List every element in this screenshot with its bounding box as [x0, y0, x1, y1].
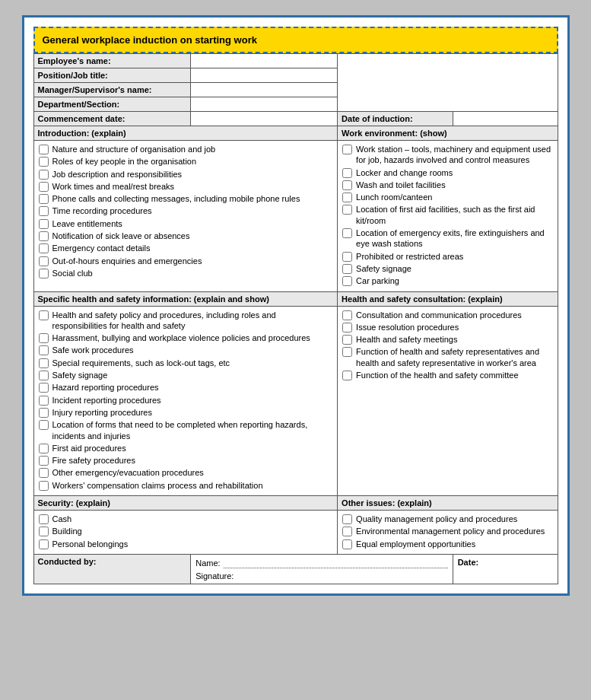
- intro-workenv-header-row: Introduction: (explain) Work environment…: [33, 126, 558, 141]
- checkbox-workenv-items-8[interactable]: [342, 276, 352, 286]
- list-item: Job description and responsibilities: [39, 169, 333, 180]
- checkbox-intro-items-9[interactable]: [39, 256, 49, 266]
- item-label: Incident reporting procedures: [52, 395, 161, 406]
- checkbox-workenv-items-1[interactable]: [342, 168, 352, 178]
- list-item: Work times and meal/rest breaks: [39, 181, 333, 192]
- employee-name-value[interactable]: [191, 54, 338, 68]
- checkbox-specific-items-6[interactable]: [39, 396, 49, 406]
- checkbox-intro-items-2[interactable]: [39, 170, 49, 180]
- specific-health-header: Specific health and safety information: …: [33, 291, 338, 306]
- intro-workenv-content-row: Nature and structure of organisation and…: [33, 141, 558, 292]
- signature-label: Signature:: [195, 571, 234, 581]
- list-item: Equal employment opportunities: [342, 539, 552, 549]
- checkbox-security-items-1[interactable]: [39, 527, 49, 536]
- checkbox-workenv-items-2[interactable]: [342, 180, 352, 190]
- list-item: Roles of key people in the organisation: [39, 156, 333, 167]
- item-label: Quality management policy and procedures: [356, 514, 517, 524]
- checkbox-specific-items-1[interactable]: [39, 333, 49, 343]
- signature-field-row: Signature:: [195, 571, 447, 581]
- checkbox-workenv-items-4[interactable]: [342, 205, 352, 215]
- checkbox-security-items-0[interactable]: [39, 514, 49, 524]
- checkbox-workenv-items-6[interactable]: [342, 252, 352, 262]
- checkbox-other-items-1[interactable]: [342, 527, 352, 536]
- list-item: Notification of sick leave or absences: [39, 231, 333, 241]
- specific-consult-content-row: Health and safety policy and procedures,…: [33, 306, 558, 495]
- checkbox-intro-items-10[interactable]: [39, 269, 49, 278]
- page-container: General workplace induction on starting …: [22, 15, 570, 596]
- item-label: Health and safety policy and procedures,…: [52, 310, 333, 332]
- checkbox-specific-items-8[interactable]: [39, 420, 49, 430]
- checkbox-workenv-items-5[interactable]: [342, 228, 352, 238]
- department-value[interactable]: [191, 97, 338, 112]
- item-label: Wash and toilet facilities: [356, 180, 446, 190]
- checkbox-consult-items-2[interactable]: [342, 335, 352, 345]
- checkbox-specific-items-3[interactable]: [39, 358, 49, 368]
- checkbox-intro-items-8[interactable]: [39, 243, 49, 253]
- list-item: Work station – tools, machinery and equi…: [342, 144, 552, 166]
- list-item: Lunch room/canteen: [342, 192, 552, 202]
- checkbox-specific-items-12[interactable]: [39, 481, 49, 491]
- list-item: Hazard reporting procedures: [39, 382, 333, 393]
- manager-value[interactable]: [191, 83, 338, 97]
- checkbox-intro-items-0[interactable]: [39, 145, 49, 154]
- item-label: Consultation and communication procedure…: [356, 310, 522, 320]
- checkbox-specific-items-5[interactable]: [39, 383, 49, 393]
- list-item: Wash and toilet facilities: [342, 180, 552, 190]
- checkbox-specific-items-0[interactable]: [39, 310, 49, 320]
- item-label: Leave entitlements: [52, 218, 122, 229]
- item-label: Injury reporting procedures: [52, 407, 152, 418]
- health-consult-items-list: Consultation and communication procedure…: [342, 310, 552, 381]
- list-item: Leave entitlements: [39, 218, 333, 229]
- checkbox-consult-items-1[interactable]: [342, 323, 352, 332]
- security-items-list: CashBuildingPersonal belongings: [39, 514, 333, 549]
- checkbox-specific-items-4[interactable]: [39, 371, 49, 380]
- page-title: General workplace induction on starting …: [33, 27, 558, 53]
- checkbox-security-items-2[interactable]: [39, 539, 49, 549]
- checkbox-workenv-items-7[interactable]: [342, 264, 352, 274]
- item-label: Issue resolution procedures: [356, 322, 459, 332]
- checkbox-workenv-items-0[interactable]: [342, 145, 352, 154]
- checkbox-intro-items-5[interactable]: [39, 206, 49, 216]
- other-issues-content: Quality management policy and procedures…: [338, 511, 558, 555]
- item-label: First aid procedures: [52, 443, 126, 453]
- checkbox-consult-items-4[interactable]: [342, 371, 352, 380]
- name-field-row: Name:: [195, 558, 447, 568]
- list-item: Safety signage: [342, 263, 552, 274]
- checkbox-specific-items-11[interactable]: [39, 468, 49, 478]
- checkbox-consult-items-3[interactable]: [342, 347, 352, 357]
- list-item: Location of first aid facilities, such a…: [342, 204, 552, 226]
- checkbox-intro-items-1[interactable]: [39, 157, 49, 167]
- list-item: Phone calls and collecting messages, inc…: [39, 193, 333, 204]
- checkbox-specific-items-10[interactable]: [39, 456, 49, 466]
- item-label: Phone calls and collecting messages, inc…: [52, 193, 300, 204]
- item-label: Safe work procedures: [52, 345, 134, 355]
- checkbox-specific-items-2[interactable]: [39, 345, 49, 355]
- footer-row: Conducted by: Name: Signature: Date:: [33, 554, 558, 584]
- item-label: Roles of key people in the organisation: [52, 156, 197, 167]
- item-label: Workers' compensation claims process and…: [52, 480, 263, 491]
- checkbox-consult-items-0[interactable]: [342, 310, 352, 320]
- item-label: Building: [52, 526, 82, 536]
- list-item: Location of forms that need to be comple…: [39, 419, 333, 441]
- checkbox-other-items-2[interactable]: [342, 539, 352, 549]
- checkbox-other-items-0[interactable]: [342, 514, 352, 524]
- induction-value[interactable]: [453, 112, 558, 126]
- checkbox-intro-items-4[interactable]: [39, 194, 49, 204]
- list-item: First aid procedures: [39, 443, 333, 453]
- work-env-items-list: Work station – tools, machinery and equi…: [342, 144, 552, 287]
- checkbox-intro-items-6[interactable]: [39, 219, 49, 229]
- checkbox-specific-items-9[interactable]: [39, 444, 49, 453]
- security-other-content-row: CashBuildingPersonal belongings Quality …: [33, 511, 558, 555]
- specific-consult-header-row: Specific health and safety information: …: [33, 291, 558, 306]
- checkbox-intro-items-3[interactable]: [39, 182, 49, 192]
- name-dotted-line[interactable]: [224, 558, 448, 568]
- checkbox-intro-items-7[interactable]: [39, 231, 49, 241]
- main-table: Employee's name: Position/Job title: Man…: [33, 53, 558, 584]
- commencement-value[interactable]: [191, 112, 338, 126]
- checkbox-workenv-items-3[interactable]: [342, 192, 352, 202]
- checkbox-specific-items-7[interactable]: [39, 408, 49, 418]
- list-item: Environmental management policy and proc…: [342, 526, 552, 536]
- position-value[interactable]: [191, 68, 338, 83]
- item-label: Other emergency/evacuation procedures: [52, 467, 204, 478]
- item-label: Personal belongings: [52, 539, 129, 549]
